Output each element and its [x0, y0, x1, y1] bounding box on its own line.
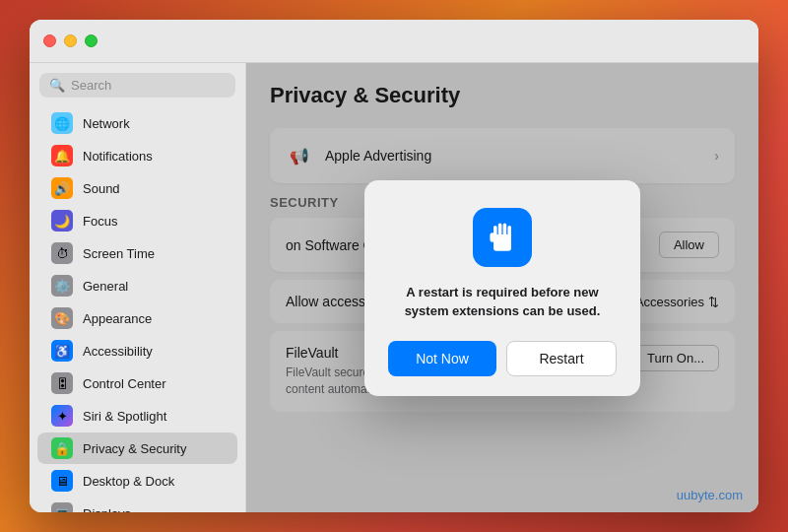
notifications-icon: 🔔 — [51, 145, 73, 166]
not-now-button[interactable]: Not Now — [388, 341, 496, 376]
sidebar-item-controlcenter[interactable]: 🎛 Control Center — [37, 367, 237, 399]
sidebar-label-screentime: Screen Time — [83, 246, 155, 261]
modal-buttons: Not Now Restart — [388, 341, 617, 376]
sidebar-item-privacy[interactable]: 🔒 Privacy & Security — [37, 432, 237, 464]
modal-overlay: A restart is required before new system … — [246, 63, 758, 512]
sidebar-label-desktop: Desktop & Dock — [83, 474, 174, 489]
privacy-icon: 🔒 — [51, 437, 73, 459]
restart-required-modal: A restart is required before new system … — [364, 180, 640, 396]
sidebar-label-sound: Sound — [83, 181, 120, 196]
content-area: 🔍 Search 🌐 Network 🔔 Notifications 🔊 Sou… — [30, 63, 758, 512]
siri-icon: ✦ — [51, 405, 73, 427]
minimize-button[interactable] — [64, 34, 77, 47]
sidebar-label-accessibility: Accessibility — [83, 344, 153, 359]
sidebar-item-accessibility[interactable]: ♿ Accessibility — [37, 335, 237, 366]
search-input[interactable]: Search — [71, 78, 111, 93]
sidebar-label-focus: Focus — [83, 214, 117, 229]
network-icon: 🌐 — [51, 112, 73, 134]
sidebar-label-notifications: Notifications — [83, 149, 153, 164]
maximize-button[interactable] — [85, 34, 98, 47]
sidebar-item-focus[interactable]: 🌙 Focus — [37, 205, 237, 236]
close-button[interactable] — [43, 34, 56, 47]
svg-rect-5 — [490, 233, 494, 242]
search-icon: 🔍 — [49, 78, 65, 93]
svg-rect-2 — [498, 223, 502, 236]
svg-rect-3 — [503, 223, 507, 236]
sidebar-item-network[interactable]: 🌐 Network — [37, 107, 237, 139]
titlebar — [30, 20, 758, 63]
modal-hand-icon — [473, 208, 532, 267]
sidebar-label-appearance: Appearance — [83, 311, 152, 326]
sidebar-label-displays: Displays — [83, 506, 131, 513]
screentime-icon: ⏱ — [51, 242, 73, 264]
sidebar-item-notifications[interactable]: 🔔 Notifications — [37, 140, 237, 171]
sidebar-label-siri: Siri & Spotlight — [83, 409, 166, 424]
general-icon: ⚙️ — [51, 275, 73, 297]
sidebar-item-appearance[interactable]: 🎨 Appearance — [37, 302, 237, 334]
sidebar-label-general: General — [83, 279, 128, 294]
restart-button[interactable]: Restart — [506, 341, 617, 376]
main-window: 🔍 Search 🌐 Network 🔔 Notifications 🔊 Sou… — [30, 20, 758, 512]
sidebar-item-displays[interactable]: 💻 Displays — [37, 498, 237, 512]
controlcenter-icon: 🎛 — [51, 372, 73, 394]
sidebar-label-controlcenter: Control Center — [83, 376, 166, 391]
sidebar-item-screentime[interactable]: ⏱ Screen Time — [37, 237, 237, 269]
hand-svg-graphic — [485, 220, 520, 255]
sidebar-label-network: Network — [83, 116, 130, 131]
sidebar-item-sound[interactable]: 🔊 Sound — [37, 172, 237, 204]
displays-icon: 💻 — [51, 502, 73, 512]
sidebar-item-desktop[interactable]: 🖥 Desktop & Dock — [37, 465, 237, 497]
sound-icon: 🔊 — [51, 177, 73, 199]
appearance-icon: 🎨 — [51, 307, 73, 329]
modal-message: A restart is required before new system … — [388, 283, 617, 321]
sidebar: 🔍 Search 🌐 Network 🔔 Notifications 🔊 Sou… — [30, 63, 246, 512]
desktop-icon: 🖥 — [51, 470, 73, 492]
sidebar-item-siri[interactable]: ✦ Siri & Spotlight — [37, 400, 237, 432]
sidebar-label-privacy: Privacy & Security — [83, 441, 186, 456]
search-bar[interactable]: 🔍 Search — [39, 73, 235, 98]
focus-icon: 🌙 — [51, 210, 73, 232]
svg-rect-4 — [507, 226, 511, 237]
sidebar-item-general[interactable]: ⚙️ General — [37, 270, 237, 301]
main-content: Privacy & Security 📢 Apple Advertising ›… — [246, 63, 758, 512]
accessibility-icon: ♿ — [51, 340, 73, 362]
